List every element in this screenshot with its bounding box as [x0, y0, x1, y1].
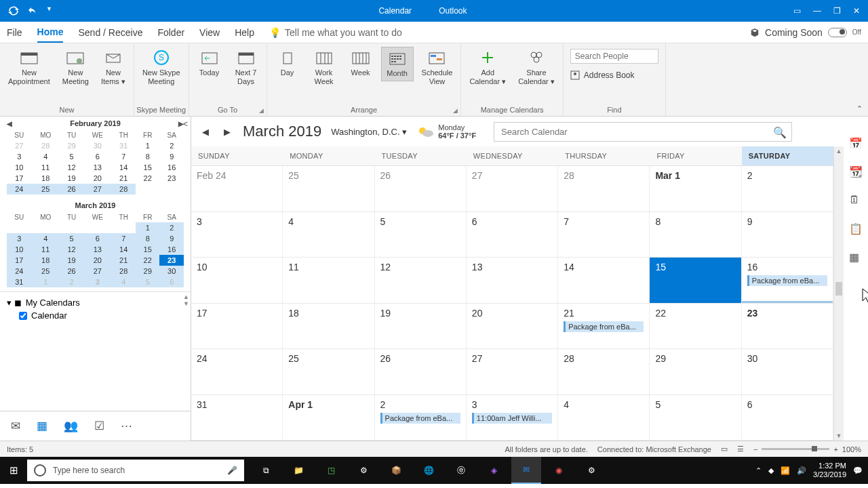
calendar-day[interactable]: 26	[375, 349, 467, 394]
calendar-event[interactable]: 11:00am Jeff Willi...	[472, 413, 552, 424]
share-calendar-button[interactable]: Share Calendar ▾	[514, 47, 559, 89]
taskbar-search[interactable]: Type here to search 🎤	[27, 460, 244, 481]
calendar-day[interactable]: 10	[191, 258, 283, 303]
tray-app-icon[interactable]: ◆	[768, 466, 774, 475]
tasks-icon[interactable]: ☑	[94, 419, 104, 433]
mini-cal-day[interactable]: 25	[32, 266, 60, 277]
weather[interactable]: Monday 64°F / 37°F	[416, 123, 476, 140]
mini-cal-day[interactable]: 1	[136, 140, 160, 151]
chrome-icon[interactable]: 🌐	[414, 457, 443, 484]
calendar-day[interactable]: 9	[742, 212, 833, 258]
calendar-day[interactable]: 5	[650, 395, 741, 441]
mini-cal-day[interactable]: 6	[83, 151, 111, 162]
calendar-day[interactable]: 11	[283, 258, 374, 303]
mini-cal-day[interactable]: 3	[83, 277, 111, 287]
mini-cal-day[interactable]: 8	[136, 233, 160, 244]
week-view-icon[interactable]: 📋	[849, 222, 863, 236]
tell-me[interactable]: 💡 Tell me what you want to do	[269, 27, 402, 38]
mini-cal-day[interactable]: 24	[7, 184, 32, 195]
mini-cal-day[interactable]: 7	[111, 151, 136, 162]
mini-cal-day[interactable]	[83, 222, 111, 233]
calendar-item[interactable]: Calendar	[7, 309, 184, 322]
calendar-day[interactable]: 311:00am Jeff Willi...	[467, 395, 558, 441]
calendar-day[interactable]: 21Package from eBa...	[558, 304, 650, 349]
mini-cal-day[interactable]: 4	[32, 151, 60, 162]
notifications-icon[interactable]: 💬	[853, 466, 863, 475]
coming-soon[interactable]: Coming Soon Off	[750, 27, 861, 38]
location-dropdown[interactable]: Washington, D.C. ▾	[331, 127, 407, 137]
mini-cal-day[interactable]: 27	[83, 184, 111, 195]
mini-cal-day[interactable]: 14	[111, 162, 136, 173]
mini-cal-day[interactable]: 6	[159, 277, 184, 287]
zoom-control[interactable]: − + 100%	[753, 445, 861, 453]
calendar-day[interactable]: 20	[467, 304, 558, 349]
mini-cal-day[interactable]: 9	[159, 151, 184, 162]
calendar-day[interactable]: 2Package from eBa...	[375, 395, 467, 441]
calendar-day[interactable]: 22	[650, 304, 741, 349]
mini-cal-day[interactable]: 26	[60, 184, 84, 195]
calendar-day[interactable]: 27	[467, 166, 558, 211]
calendar-day[interactable]: 25	[283, 349, 374, 394]
calendar-day[interactable]: 23	[742, 304, 833, 349]
calendar-day[interactable]: 28	[558, 166, 650, 211]
calendar-day[interactable]: 13	[467, 258, 558, 303]
calendar-day[interactable]: 5	[375, 212, 467, 258]
edge-icon[interactable]: ⓔ	[446, 457, 476, 484]
mini-cal-day[interactable]: 11	[32, 162, 60, 173]
prev-month-icon[interactable]: ◀	[199, 127, 212, 137]
view-normal-icon[interactable]: ▭	[721, 445, 728, 453]
today-button[interactable]: Today	[193, 47, 226, 80]
mini-cal-day[interactable]: 30	[83, 140, 111, 151]
undo-icon[interactable]	[27, 5, 38, 16]
calendar-day[interactable]: 25	[283, 166, 374, 211]
tab-home[interactable]: Home	[37, 22, 64, 43]
mini-cal-day[interactable]: 5	[136, 277, 160, 287]
calendar-day[interactable]: 31	[191, 395, 283, 441]
mini-cal-day[interactable]	[159, 184, 184, 195]
mini-cal-day[interactable]	[32, 222, 60, 233]
mini-cal-day[interactable]: 5	[60, 233, 84, 244]
explorer-icon[interactable]: 📁	[283, 457, 313, 484]
mini-cal-day[interactable]: 27	[83, 266, 111, 277]
address-book-button[interactable]: Address Book	[570, 70, 635, 80]
mini-cal-day[interactable]: 28	[111, 184, 136, 195]
launcher-icon[interactable]: ◢	[259, 107, 264, 114]
mini-cal-day[interactable]: 1	[32, 277, 60, 287]
refresh-icon[interactable]	[8, 5, 19, 16]
zoom-slider[interactable]	[762, 448, 829, 450]
mini-cal-day[interactable]: 10	[7, 162, 32, 173]
mini-cal-day[interactable]: 28	[32, 140, 60, 151]
new-appointment-button[interactable]: New Appointment	[4, 47, 54, 89]
calendar-day[interactable]: 14	[558, 258, 650, 303]
mini-cal-day[interactable]: 3	[7, 151, 32, 162]
outlook-icon[interactable]: ✉	[511, 457, 541, 484]
tab-help[interactable]: Help	[235, 23, 254, 42]
month-button[interactable]: Month	[381, 47, 414, 81]
search-people-input[interactable]	[570, 49, 658, 64]
calendar-day[interactable]: Feb 24	[191, 166, 283, 211]
more-icon[interactable]: ⋯	[121, 419, 132, 433]
zoom-out-icon[interactable]: −	[753, 445, 757, 453]
vs-icon[interactable]: ◈	[479, 457, 509, 484]
next-month-icon[interactable]: ▶	[221, 127, 233, 137]
tab-folder[interactable]: Folder	[157, 23, 184, 42]
workweek-button[interactable]: Work Week	[308, 47, 340, 89]
calendar-day[interactable]: 28	[558, 349, 650, 394]
calendar-checkbox[interactable]	[19, 312, 27, 320]
today-icon[interactable]: 📆	[849, 165, 863, 179]
calendar-day[interactable]: 15	[650, 258, 741, 303]
mic-icon[interactable]: 🎤	[227, 466, 237, 475]
calendar-day[interactable]: 7	[558, 212, 650, 258]
calendar-event[interactable]: Package from eBa...	[564, 321, 644, 332]
mini-cal-day[interactable]: 20	[83, 173, 111, 184]
calendar-day[interactable]: 6	[467, 212, 558, 258]
week-button[interactable]: Week	[344, 47, 377, 80]
calendar-day[interactable]: Mar 1	[650, 166, 741, 211]
mini-cal-day[interactable]: 18	[32, 255, 60, 266]
clock[interactable]: 1:32 PM 3/23/2019	[813, 462, 846, 479]
calendar-day[interactable]: 26	[375, 166, 467, 211]
start-button[interactable]: ⊞	[0, 464, 27, 476]
mini-cal-day[interactable]: 20	[83, 255, 111, 266]
mini-cal-day[interactable]: 15	[136, 244, 160, 255]
calendar-event[interactable]: Package from eBa...	[380, 413, 460, 424]
